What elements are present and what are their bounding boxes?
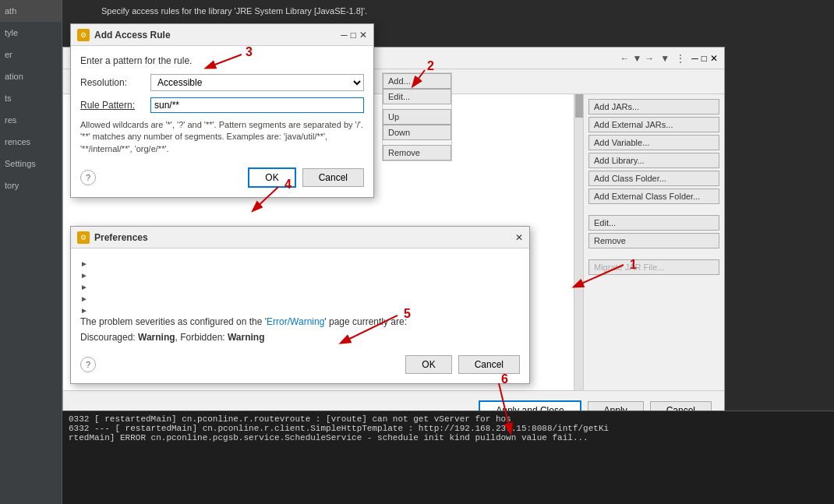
add-jars-button[interactable]: Add JARs... <box>588 99 719 115</box>
sidebar-item-tyle[interactable]: tyle <box>0 22 62 44</box>
migrate-jar-button[interactable]: Migrate JAR File... <box>588 259 719 275</box>
problem-dialog: ⚙ Preferences ✕ ► ► ► ► ► The problem se… <box>70 226 530 384</box>
nav-dropdown2-icon[interactable]: ▼ <box>660 53 670 64</box>
sidebar-item-ath[interactable]: ath <box>0 0 62 22</box>
dialog-title: Add Access Rule <box>94 30 337 41</box>
console-area: 0332 [ restartedMain] cn.pconline.r.rout… <box>62 411 834 504</box>
problem-dialog-icon: ⚙ <box>77 231 90 244</box>
nav-back-icon[interactable]: ← <box>620 53 629 64</box>
resolution-label: Resolution: <box>80 77 150 88</box>
tree-arrow: ► <box>80 294 88 303</box>
dialog-ok-button[interactable]: OK <box>248 167 295 188</box>
scrollbar[interactable] <box>574 94 583 390</box>
right-panel: Add JARs... Add External JARs... Add Var… <box>584 94 724 390</box>
list-add-button[interactable]: Add... <box>383 73 451 89</box>
top-instruction: Specify access rules for the library 'JR… <box>101 6 367 16</box>
console-line-3: rtedMain] ERROR cn.pconline.pcgsb.servic… <box>69 433 828 442</box>
rule-pattern-row: Rule Pattern: <box>80 97 364 113</box>
dialog-max-button[interactable]: □ <box>351 30 356 41</box>
tree-arrow: ► <box>80 283 88 291</box>
problem-cancel-button[interactable]: Cancel <box>458 355 520 374</box>
sidebar-item-ts[interactable]: ts <box>0 87 62 109</box>
add-class-folder-button[interactable]: Add Class Folder... <box>588 171 719 186</box>
min-button[interactable]: ─ <box>691 53 698 64</box>
edit-button[interactable]: Edit... <box>588 215 719 231</box>
nav-forward-icon[interactable]: → <box>645 53 654 64</box>
list-action-panel: Add... Edit... Up Down Remove <box>382 72 452 161</box>
sidebar-item-rences[interactable]: rences <box>0 131 62 153</box>
list-remove-button[interactable]: Remove <box>383 145 451 160</box>
sidebar-item-tory[interactable]: tory <box>0 174 62 196</box>
problem-dialog-titlebar: ⚙ Preferences ✕ <box>71 227 529 248</box>
dialog-cancel-button[interactable]: Cancel <box>302 168 364 187</box>
problem-content: ► ► ► ► ► The problem severities as conf… <box>71 248 529 383</box>
error-warning-link[interactable]: Error/Warning <box>267 316 324 327</box>
problem-dialog-buttons: ? OK Cancel <box>80 351 520 374</box>
problem-ok-button[interactable]: OK <box>405 355 451 374</box>
sidebar-item-settings[interactable]: Settings <box>0 153 62 174</box>
add-external-class-folder-button[interactable]: Add External Class Folder... <box>588 189 719 204</box>
problem-tree-item-3[interactable]: ► <box>80 281 520 293</box>
list-up-button[interactable]: Up <box>383 109 451 125</box>
add-access-rule-dialog: ⚙ Add Access Rule ─ □ ✕ Enter a pattern … <box>70 23 374 198</box>
tree-arrow: ► <box>80 271 88 280</box>
menu-icon[interactable]: ⋮ <box>676 53 685 64</box>
resolution-row: Resolution: Accessible <box>80 74 364 91</box>
sidebar: ath tyle er ation ts res rences Settings… <box>0 0 62 504</box>
console-line-1: 0332 [ restartedMain] cn.pconline.r.rout… <box>69 414 828 424</box>
sidebar-item-er[interactable]: er <box>0 44 62 65</box>
list-down-button[interactable]: Down <box>383 125 451 140</box>
rule-pattern-input[interactable] <box>150 97 364 113</box>
scrollbar-thumb[interactable] <box>575 94 583 118</box>
help-icon[interactable]: ? <box>80 170 96 185</box>
dialog-min-button[interactable]: ─ <box>341 30 348 41</box>
problem-severity: Discouraged: Warning, Forbidden: Warning <box>80 332 520 343</box>
problem-dialog-close[interactable]: ✕ <box>515 232 523 243</box>
dialog-close-button[interactable]: ✕ <box>359 30 367 41</box>
sidebar-item-res[interactable]: res <box>0 109 62 131</box>
problem-dialog-title: Preferences <box>94 232 515 243</box>
add-external-jars-button[interactable]: Add External JARs... <box>588 117 719 132</box>
problem-tree-item-4[interactable]: ► <box>80 293 520 305</box>
problem-tree-item-1[interactable]: ► <box>80 258 520 270</box>
max-button[interactable]: □ <box>701 53 707 64</box>
problem-text: The problem severities as configured on … <box>80 316 520 327</box>
dialog-titlebar: ⚙ Add Access Rule ─ □ ✕ <box>71 24 373 46</box>
dialog-instruction: Enter a pattern for the rule. <box>80 55 364 66</box>
rule-pattern-label: Rule Pattern: <box>80 100 150 111</box>
console-line-2: 6332 --- [ restartedMain] cn.pconline.r.… <box>69 424 828 433</box>
problem-help-icon[interactable]: ? <box>80 357 96 372</box>
nav-dropdown-icon[interactable]: ▼ <box>632 53 641 64</box>
tree-arrow: ► <box>80 259 88 268</box>
close-button[interactable]: ✕ <box>710 53 718 64</box>
resolution-select[interactable]: Accessible <box>150 74 364 91</box>
remove-button[interactable]: Remove <box>588 233 719 248</box>
list-edit-button[interactable]: Edit... <box>383 89 451 104</box>
dialog-icon: ⚙ <box>77 29 90 41</box>
add-library-button[interactable]: Add Library... <box>588 153 719 168</box>
add-variable-button[interactable]: Add Variable... <box>588 135 719 150</box>
problem-tree-item-5[interactable]: ► <box>80 305 520 316</box>
problem-tree-item-2[interactable]: ► <box>80 270 520 281</box>
sidebar-item-ation[interactable]: ation <box>0 65 62 87</box>
dialog-content: Enter a pattern for the rule. Resolution… <box>71 46 373 197</box>
dialog-buttons: ? OK Cancel <box>80 163 364 188</box>
tree-arrow: ► <box>80 306 88 315</box>
hint-text: Allowed wildcards are '*', '?' and '**'.… <box>80 119 364 155</box>
